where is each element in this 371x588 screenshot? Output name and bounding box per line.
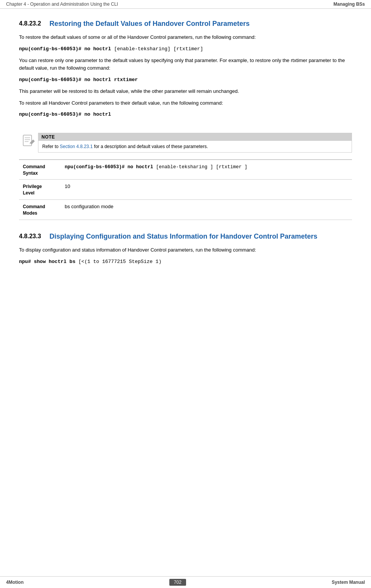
section1-number: 4.8.23.2	[19, 19, 49, 27]
note-body: Refer to Section 4.8.23.1 for a descript…	[38, 141, 352, 152]
section1-para1: To restore the default values of some or…	[19, 33, 352, 41]
main-content: 4.8.23.2 Restoring the Default Values of…	[0, 9, 371, 284]
note-box: NOTE Refer to Section 4.8.23.1 for a des…	[38, 133, 352, 153]
note-icon	[19, 133, 38, 148]
page-footer: 4Motion 702 System Manual	[0, 576, 371, 588]
page-header: Chapter 4 - Operation and Administration…	[0, 0, 371, 9]
section1-para3: This parameter will be restored to its d…	[19, 88, 352, 96]
section2-heading: 4.8.23.3 Displaying Configuration and St…	[19, 232, 352, 241]
value-command-modes: bs configuration mode	[61, 200, 352, 220]
note-link[interactable]: Section 4.8.23.1	[60, 144, 93, 149]
table-row-modes: CommandModes bs configuration mode	[19, 200, 352, 220]
footer-page-number: 702	[169, 579, 186, 586]
footer-right: System Manual	[332, 580, 365, 585]
footer-left: 4Motion	[6, 580, 24, 585]
value-command-syntax: npu(config-bs-66053)# no hoctrl [enable-…	[61, 159, 352, 180]
cmd-syntax-normal: [enable-teksharing ] [rtxtimer ]	[153, 164, 248, 170]
label-command-modes: CommandModes	[19, 200, 61, 220]
section1-cmd3: npu(config-bs-66053)# no hoctrl	[19, 111, 352, 118]
section2-para1: To display configuration and status info…	[19, 246, 352, 254]
note-container: NOTE Refer to Section 4.8.23.1 for a des…	[19, 133, 352, 153]
note-body-pre: Refer to	[42, 144, 60, 149]
section1-heading: 4.8.23.2 Restoring the Default Values of…	[19, 19, 352, 28]
label-privilege-level: PrivilegeLevel	[19, 180, 61, 200]
note-body-post: for a description and default values of …	[93, 144, 208, 149]
note-header-label: NOTE	[38, 133, 352, 141]
table-row-privilege: PrivilegeLevel 10	[19, 180, 352, 200]
cmd-syntax-bold: npu(config-bs-66053)# no hoctrl	[65, 164, 153, 170]
section2-number: 4.8.23.3	[19, 232, 49, 240]
section1-cmd1-normal: [enable-teksharing] [rtxtimer]	[111, 46, 203, 52]
section1-cmd1-bold: npu(config-bs-66053)# no hoctrl	[19, 46, 111, 52]
svg-marker-4	[30, 140, 35, 144]
value-privilege-level: 10	[61, 180, 352, 200]
privilege-value: 10	[65, 183, 70, 189]
header-right: Managing BSs	[333, 2, 365, 7]
label-command-syntax: CommandSyntax	[19, 159, 61, 180]
section1-para4: To restore all Handover Control paramete…	[19, 99, 352, 107]
table-row-syntax: CommandSyntax npu(config-bs-66053)# no h…	[19, 159, 352, 180]
section1-cmd1: npu(config-bs-66053)# no hoctrl [enable-…	[19, 45, 352, 53]
section1-para2: You can restore only one parameter to th…	[19, 57, 352, 73]
section2-cmd1: npu# show hoctrl bs [<(1 to 16777215 Ste…	[19, 258, 352, 266]
info-table: CommandSyntax npu(config-bs-66053)# no h…	[19, 159, 352, 220]
section1-title: Restoring the Default Values of Handover…	[49, 19, 250, 28]
modes-value: bs configuration mode	[65, 204, 113, 209]
section2-cmd1-normal: [<(1 to 16777215 StepSize 1)	[75, 259, 161, 265]
header-left: Chapter 4 - Operation and Administration…	[6, 2, 118, 7]
svg-rect-0	[23, 135, 32, 146]
section1-cmd2: npu(config-bs-66053)# no hoctrl rtxtimer	[19, 76, 352, 84]
section2-cmd1-bold: npu# show hoctrl bs	[19, 259, 75, 265]
notepad-icon	[22, 134, 35, 148]
section2-title: Displaying Configuration and Status Info…	[49, 232, 317, 241]
